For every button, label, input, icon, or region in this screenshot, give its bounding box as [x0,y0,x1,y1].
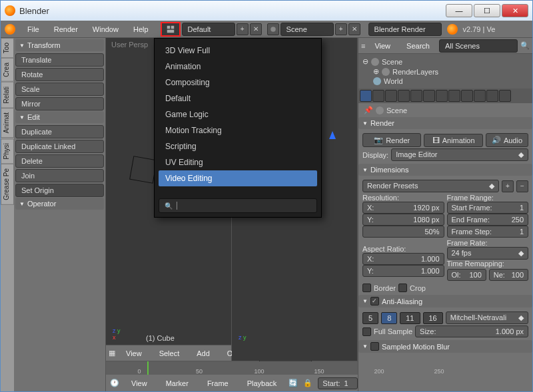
mirror-button[interactable]: Mirror [15,97,104,110]
material-context-tab[interactable] [461,90,473,102]
tab-tools[interactable]: Too [1,38,14,58]
outliner-row-scene[interactable]: ⊖Scene [362,57,528,67]
screen-layout-field[interactable]: Default [182,23,235,36]
vp-menu-view[interactable]: View [119,347,149,360]
render-audio-button[interactable]: 🔊 Audio [486,133,528,147]
aa-5-button[interactable]: 5 [362,312,378,324]
set-origin-button[interactable]: Set Origin [15,184,104,197]
screen-layout-browse-button[interactable] [161,22,181,37]
playhead-icon[interactable] [147,361,149,375]
aa-panel-header[interactable]: Anti-Aliasing [358,295,532,307]
outliner-row-renderlayers[interactable]: ⊕RenderLayers [362,67,528,77]
frame-rate-field[interactable]: 24 fps◆ [447,247,529,260]
dimensions-panel-header[interactable]: Dimensions [358,164,532,176]
scene-delete-button[interactable]: ✕ [348,23,360,35]
time-old-field[interactable]: Ol:100 [447,269,486,281]
tab-relations[interactable]: Relati [1,82,14,108]
aa-16-button[interactable]: 16 [423,312,443,324]
layout-search-input[interactable] [159,198,317,213]
tab-physics[interactable]: Physi [1,138,14,164]
outliner-editor-icon[interactable]: ≡ [361,42,365,50]
menu-file[interactable]: File [21,23,46,36]
crop-checkbox[interactable] [398,284,407,292]
start-frame-field[interactable]: Start:1 [318,377,358,389]
menu-render[interactable]: Render [47,23,85,36]
res-x-field[interactable]: X:1920 px [362,202,444,214]
outliner-tree[interactable]: ⊖Scene ⊕RenderLayers World [358,54,532,89]
scene-field[interactable]: Scene [280,23,334,36]
layout-item-scripting[interactable]: Scripting [159,138,317,154]
start-frame-prop[interactable]: Start Frame:1 [447,202,529,214]
constraints-context-tab[interactable] [423,90,435,102]
border-checkbox[interactable] [362,284,371,292]
outliner-row-world[interactable]: World [362,77,528,86]
frame-step-prop[interactable]: Frame Step:1 [447,226,529,238]
minimize-button[interactable]: — [446,4,472,17]
render-animation-button[interactable]: 🎞 Animation [424,134,482,147]
render-engine-field[interactable]: Blender Render [368,23,442,36]
tab-greasepencil[interactable]: Grease Pe [1,164,14,205]
render-context-tab[interactable] [360,90,372,102]
ol-menu-search[interactable]: Search [400,39,436,53]
close-button[interactable]: ✕ [502,4,528,17]
render-button[interactable]: 📷 Render [362,133,421,147]
layout-item-compositing[interactable]: Compositing [159,75,317,91]
display-mode-field[interactable]: Image Editor◆ [391,148,528,161]
tl-menu-frame[interactable]: Frame [201,377,235,390]
layout-item-default[interactable]: Default [159,91,317,106]
outliner-filter-field[interactable]: All Scenes [439,39,518,53]
renderlayers-context-tab[interactable] [372,90,384,102]
motion-blur-panel-header[interactable]: Sampled Motion Blur [358,340,532,353]
layout-item-gamelogic[interactable]: Game Logic [159,106,317,122]
scene-browse-icon[interactable] [267,23,279,35]
physics-context-tab[interactable] [499,90,511,102]
scale-button[interactable]: Scale [15,83,104,96]
end-frame-prop[interactable]: End Frame:250 [447,214,529,226]
pin-icon[interactable]: 📌 [364,106,373,114]
tl-menu-view[interactable]: View [125,377,154,390]
aspect-y-field[interactable]: Y:1.000 [362,265,444,277]
menu-help[interactable]: Help [127,23,155,36]
layout-delete-button[interactable]: ✕ [250,23,262,35]
res-y-field[interactable]: Y:1080 px [362,214,444,226]
motion-blur-checkbox[interactable] [370,342,379,351]
editor-type-icon[interactable]: ▦ [109,349,115,357]
vp-menu-select[interactable]: Select [153,347,187,360]
menu-window[interactable]: Window [86,23,125,36]
render-presets-field[interactable]: Render Presets◆ [362,180,499,192]
ol-menu-view[interactable]: View [368,39,397,53]
operator-panel-header[interactable]: Operator [15,198,104,210]
join-button[interactable]: Join [15,169,104,182]
sync-mode-icon[interactable]: 🔄 [288,379,298,387]
translate-button[interactable]: Translate [15,53,104,67]
tl-menu-marker[interactable]: Marker [159,377,195,390]
duplicate-button[interactable]: Duplicate [15,125,104,138]
aa-filter-field[interactable]: Mitchell-Netravali◆ [446,311,528,324]
aa-size-field[interactable]: Size:1.000 px [415,325,528,337]
data-context-tab[interactable] [448,90,460,102]
scene-add-button[interactable]: + [335,23,347,35]
scene-context-tab[interactable] [385,90,397,102]
modifiers-context-tab[interactable] [436,90,448,102]
time-new-field[interactable]: Ne:100 [489,269,528,281]
layout-add-button[interactable]: + [237,23,249,35]
layout-item-motiontracking[interactable]: Motion Tracking [159,122,317,138]
res-pct-field[interactable]: 50% [362,226,444,238]
render-panel-header[interactable]: Render [358,117,532,129]
layout-item-animation[interactable]: Animation [159,59,317,75]
layout-item-3dviewfull[interactable]: 3D View Full [159,43,317,59]
preset-remove-button[interactable]: − [516,180,528,192]
layout-item-videoediting[interactable]: Video Editing [159,170,317,186]
world-context-tab[interactable] [398,90,410,102]
delete-button[interactable]: Delete [15,154,104,168]
full-sample-checkbox[interactable] [362,327,371,336]
edit-panel-header[interactable]: Edit [15,111,104,123]
tl-menu-playback[interactable]: Playback [241,377,284,390]
timeline-editor-icon[interactable]: 🕐 [110,379,119,387]
aa-11-button[interactable]: 11 [400,312,420,324]
search-icon[interactable]: 🔍 [520,41,530,50]
layout-item-uvediting[interactable]: UV Editing [159,154,317,170]
aa-8-button[interactable]: 8 [381,312,397,324]
rotate-button[interactable]: Rotate [15,68,104,81]
preset-add-button[interactable]: + [502,180,514,192]
